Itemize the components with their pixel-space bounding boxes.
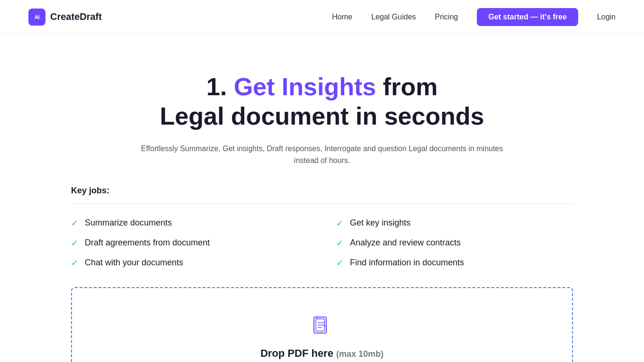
hero-subtitle: Effortlessly Summarize, Get insights, Dr…: [133, 143, 511, 167]
navbar: AI CreateDraft Home Legal Guides Pricing…: [0, 0, 644, 34]
heading-prefix: 1.: [206, 73, 227, 100]
nav-cta-button[interactable]: Get started — it's free: [477, 8, 578, 26]
hero-heading: 1. Get Insights from Legal document in s…: [71, 72, 573, 131]
nav-pricing[interactable]: Pricing: [435, 13, 458, 21]
pdf-dropzone[interactable]: Drop PDF here (max 10mb): [71, 287, 573, 362]
check-icon-2: ✓: [71, 238, 78, 248]
nav-login-button[interactable]: Login: [597, 13, 616, 21]
nav-legal-guides[interactable]: Legal Guides: [371, 13, 416, 21]
feature-label-1: Summarize documents: [85, 218, 172, 228]
feature-item-analyze: ✓ Analyze and review contracts: [336, 238, 573, 248]
check-icon-5: ✓: [336, 238, 343, 248]
dropzone-subtitle: (max 10mb): [336, 349, 384, 359]
nav-home[interactable]: Home: [332, 13, 352, 21]
check-icon-4: ✓: [336, 218, 343, 228]
feature-item-summarize: ✓ Summarize documents: [71, 218, 308, 228]
check-icon-1: ✓: [71, 218, 78, 228]
feature-label-4: Get key insights: [350, 218, 411, 228]
pdf-icon: [91, 317, 553, 340]
heading-highlight: Get Insights: [234, 73, 376, 100]
key-jobs-label: Key jobs:: [71, 186, 573, 196]
features-grid: ✓ Summarize documents ✓ Get key insights…: [71, 218, 573, 268]
feature-label-6: Find information in documents: [350, 258, 464, 268]
logo[interactable]: AI CreateDraft: [28, 9, 102, 26]
dropzone-title: Drop PDF here (max 10mb): [91, 347, 553, 360]
heading-from: from: [383, 73, 438, 100]
feature-item-chat: ✓ Chat with your documents: [71, 258, 308, 268]
feature-item-find: ✓ Find information in documents: [336, 258, 573, 268]
nav-links: Home Legal Guides Pricing Get started — …: [332, 8, 616, 26]
heading-line2: Legal document in seconds: [160, 102, 484, 130]
logo-icon: AI: [28, 9, 45, 26]
feature-label-2: Draft agreements from document: [85, 238, 210, 248]
feature-label-3: Chat with your documents: [85, 258, 183, 268]
main-content: 1. Get Insights from Legal document in s…: [62, 34, 582, 362]
check-icon-6: ✓: [336, 258, 343, 268]
features-divider: [71, 203, 573, 204]
feature-item-key-insights: ✓ Get key insights: [336, 218, 573, 228]
feature-item-draft: ✓ Draft agreements from document: [71, 238, 308, 248]
feature-label-5: Analyze and review contracts: [350, 238, 461, 248]
logo-text: CreateDraft: [50, 11, 102, 22]
check-icon-3: ✓: [71, 258, 78, 268]
